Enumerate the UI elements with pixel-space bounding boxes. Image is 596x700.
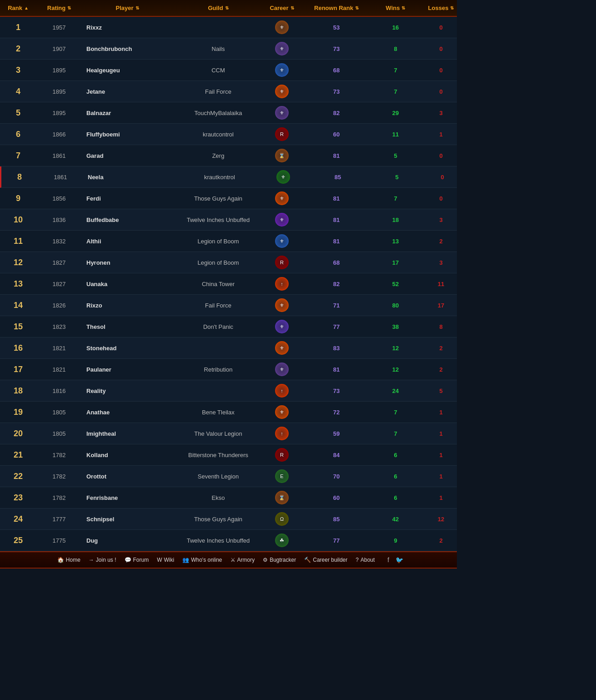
nav-item-whois[interactable]: 👥Who's online bbox=[179, 555, 225, 565]
cell-wins: 5 bbox=[373, 149, 418, 163]
cell-rank: 2 bbox=[0, 40, 36, 57]
cell-rating: 1957 bbox=[36, 20, 82, 35]
nav-icon-join: → bbox=[89, 557, 94, 563]
cell-wins: 7 bbox=[373, 405, 418, 419]
cell-player[interactable]: Fenrisbane bbox=[82, 491, 173, 505]
cell-player[interactable]: Neela bbox=[83, 170, 174, 184]
cell-player[interactable]: Healgeugeu bbox=[82, 63, 173, 77]
cell-player[interactable]: Anathae bbox=[82, 405, 173, 419]
cell-player[interactable]: Stonehead bbox=[82, 341, 173, 355]
header-wins[interactable]: Wins ⇅ bbox=[373, 5, 418, 11]
cell-guild bbox=[173, 24, 264, 31]
cell-guild: CCM bbox=[173, 63, 264, 77]
cell-rank: 8 bbox=[1, 169, 38, 186]
cell-player[interactable]: Hyronen bbox=[82, 256, 173, 270]
nav-icon-bugtracker: ⚙ bbox=[263, 557, 268, 563]
social-icon-twitter[interactable]: 🐦 bbox=[396, 556, 403, 564]
header-guild[interactable]: Guild ⇅ bbox=[173, 5, 264, 11]
cell-renown: 81 bbox=[300, 191, 373, 206]
cell-wins: 9 bbox=[373, 534, 418, 548]
cell-player[interactable]: Rixxz bbox=[82, 20, 173, 35]
cell-player[interactable]: Thesol bbox=[82, 320, 173, 334]
cell-career: ⚜ bbox=[264, 38, 300, 59]
cell-career: ⚜ bbox=[265, 166, 301, 187]
cell-rating: 1856 bbox=[36, 191, 82, 206]
cell-rank: 21 bbox=[0, 447, 36, 463]
header-rank[interactable]: Rank ▲ bbox=[0, 5, 36, 11]
nav-item-forum[interactable]: 💬Forum bbox=[121, 555, 153, 565]
cell-losses: 1 bbox=[418, 405, 457, 419]
table-row: 1 1957 Rixxz ⚜ 53 16 0 bbox=[0, 17, 457, 38]
career-icon: ↑ bbox=[275, 384, 289, 398]
header-career[interactable]: Career ⇅ bbox=[264, 5, 300, 11]
cell-losses: 11 bbox=[418, 277, 457, 291]
cell-guild: Zerg bbox=[173, 149, 264, 163]
nav-item-join[interactable]: →Join us ! bbox=[85, 555, 120, 565]
cell-wins: 17 bbox=[373, 256, 418, 270]
cell-player[interactable]: Reality bbox=[82, 384, 173, 398]
cell-guild: Legion of Boom bbox=[173, 234, 264, 248]
cell-player[interactable]: Bonchbrubonch bbox=[82, 42, 173, 56]
cell-rank: 1 bbox=[0, 19, 36, 36]
nav-item-home[interactable]: 🏠Home bbox=[54, 555, 84, 565]
nav-item-armory[interactable]: ⚔Armory bbox=[227, 555, 259, 565]
header-player[interactable]: Player ⇅ bbox=[82, 5, 173, 11]
cell-rank: 23 bbox=[0, 489, 36, 506]
cell-losses: 0 bbox=[418, 149, 457, 163]
cell-renown: 53 bbox=[300, 20, 373, 35]
cell-guild: Bitterstone Thunderers bbox=[173, 448, 264, 462]
leaderboard-table: Rank ▲ Rating ⇅ Player ⇅ Guild ⇅ Career … bbox=[0, 0, 457, 551]
cell-rating: 1821 bbox=[36, 341, 82, 355]
career-icon: ⌛ bbox=[275, 149, 289, 162]
career-icon: ⚜ bbox=[275, 320, 289, 333]
nav-item-about[interactable]: ?About bbox=[352, 555, 378, 565]
cell-guild: Bene Tleilax bbox=[173, 405, 264, 419]
cell-rating: 1782 bbox=[36, 448, 82, 462]
cell-guild: Fail Force bbox=[173, 298, 264, 312]
cell-player[interactable]: Imightheal bbox=[82, 427, 173, 441]
cell-wins: 18 bbox=[373, 213, 418, 227]
header-losses[interactable]: Losses ⇅ bbox=[418, 5, 457, 11]
cell-rank: 25 bbox=[0, 532, 36, 549]
table-row: 25 1775 Dug Twelve Inches Unbuffed ☘ 77 … bbox=[0, 530, 457, 551]
cell-player[interactable]: Althii bbox=[82, 234, 173, 248]
cell-player[interactable]: Balnazar bbox=[82, 106, 173, 120]
header-renown[interactable]: Renown Rank ⇅ bbox=[300, 5, 373, 11]
nav-item-bugtracker[interactable]: ⚙Bugtracker bbox=[259, 555, 300, 565]
table-row: 14 1826 Rixzo Fail Force ⚜ 71 80 17 bbox=[0, 295, 457, 316]
cell-player[interactable]: Jetane bbox=[82, 85, 173, 99]
cell-player[interactable]: Paulaner bbox=[82, 363, 173, 377]
cell-player[interactable]: Kolland bbox=[82, 448, 173, 462]
table-header: Rank ▲ Rating ⇅ Player ⇅ Guild ⇅ Career … bbox=[0, 0, 457, 17]
cell-player[interactable]: Orottot bbox=[82, 469, 173, 483]
cell-rating: 1895 bbox=[36, 85, 82, 99]
cell-rating: 1895 bbox=[36, 106, 82, 120]
cell-rating: 1832 bbox=[36, 234, 82, 248]
cell-rating: 1861 bbox=[36, 149, 82, 163]
table-row: 7 1861 Garad Zerg ⌛ 81 5 0 bbox=[0, 145, 457, 166]
cell-guild: Don't Panic bbox=[173, 320, 264, 334]
social-icon-facebook[interactable]: f bbox=[387, 556, 389, 564]
cell-player[interactable]: Rixzo bbox=[82, 298, 173, 312]
cell-rank: 12 bbox=[0, 254, 36, 271]
career-icon: E bbox=[275, 469, 289, 483]
cell-player[interactable]: Buffedbabe bbox=[82, 213, 173, 227]
cell-wins: 16 bbox=[373, 20, 418, 35]
cell-wins: 12 bbox=[373, 363, 418, 377]
cell-player[interactable]: Ferdi bbox=[82, 191, 173, 206]
cell-player[interactable]: Uanaka bbox=[82, 277, 173, 291]
nav-item-careerbuilder[interactable]: 🔨Career builder bbox=[301, 555, 351, 565]
cell-losses: 2 bbox=[418, 234, 457, 248]
table-row: 21 1782 Kolland Bitterstone Thunderers R… bbox=[0, 444, 457, 466]
cell-wins: 13 bbox=[373, 234, 418, 248]
cell-career: ⚜ bbox=[264, 295, 300, 316]
cell-player[interactable]: Schnipsel bbox=[82, 512, 173, 526]
cell-player[interactable]: Garad bbox=[82, 149, 173, 163]
cell-guild: The Valour Legion bbox=[173, 427, 264, 441]
cell-rating: 1907 bbox=[36, 42, 82, 56]
nav-item-wiki[interactable]: WWiki bbox=[153, 555, 178, 565]
cell-losses: 2 bbox=[418, 341, 457, 355]
header-rating[interactable]: Rating ⇅ bbox=[36, 5, 82, 11]
cell-player[interactable]: Fluffyboemi bbox=[82, 127, 173, 141]
cell-player[interactable]: Dug bbox=[82, 534, 173, 548]
